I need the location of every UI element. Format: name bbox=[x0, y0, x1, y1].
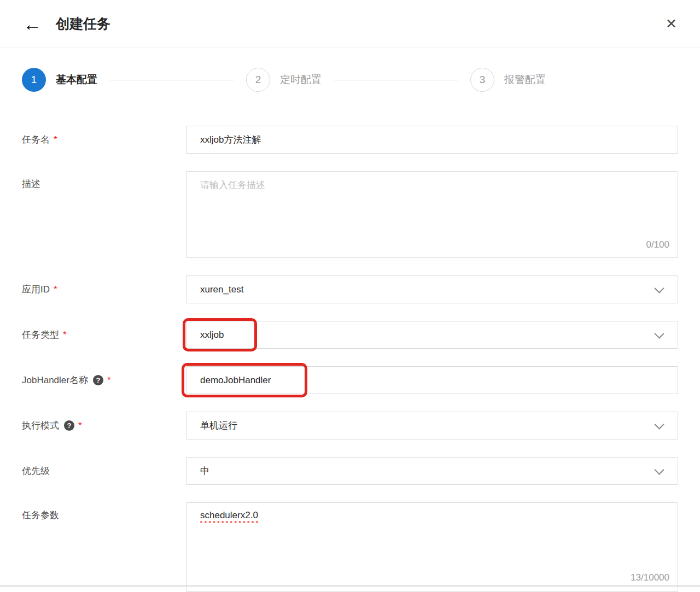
required-asterisk: * bbox=[54, 134, 57, 145]
close-icon[interactable]: ✕ bbox=[666, 17, 677, 31]
panel-bottom-divider bbox=[0, 585, 700, 587]
description-label-col: 描述 bbox=[22, 171, 186, 190]
job-handler-label: JobHandler名称 bbox=[22, 374, 88, 386]
task-type-label-col: 任务类型 * bbox=[22, 329, 186, 341]
dialog-header: ← 创建任务 ✕ bbox=[0, 0, 700, 48]
step-timer-config[interactable]: 2 定时配置 bbox=[246, 68, 322, 92]
priority-label-col: 优先级 bbox=[22, 465, 186, 477]
description-label: 描述 bbox=[22, 178, 40, 190]
task-name-row: 任务名 * bbox=[22, 126, 678, 154]
app-id-row: 应用ID * xuren_test bbox=[22, 276, 678, 303]
app-id-label: 应用ID bbox=[22, 283, 50, 296]
priority-control: 中 bbox=[186, 457, 678, 485]
step-3-label: 报警配置 bbox=[504, 73, 546, 87]
job-handler-row: JobHandler名称 ? * bbox=[22, 366, 678, 394]
exec-mode-row: 执行模式 ? * 单机运行 bbox=[22, 412, 678, 439]
priority-label: 优先级 bbox=[22, 465, 50, 477]
description-textarea[interactable] bbox=[186, 171, 678, 258]
step-1-label: 基本配置 bbox=[56, 73, 97, 87]
exec-mode-label: 执行模式 bbox=[22, 419, 59, 432]
task-params-control: schedulerx2.0 13/10000 bbox=[186, 502, 678, 592]
step-alarm-config[interactable]: 3 报警配置 bbox=[470, 68, 546, 92]
step-connector bbox=[334, 80, 458, 80]
description-control: 0/100 bbox=[186, 171, 678, 258]
task-type-row: 任务类型 * xxljob bbox=[22, 321, 678, 349]
step-3-circle: 3 bbox=[470, 68, 494, 92]
required-asterisk: * bbox=[63, 330, 67, 341]
task-params-row: 任务参数 schedulerx2.0 13/10000 bbox=[22, 502, 678, 592]
required-asterisk: * bbox=[107, 375, 111, 386]
priority-row: 优先级 中 bbox=[22, 457, 678, 485]
required-asterisk: * bbox=[78, 420, 82, 431]
job-handler-label-col: JobHandler名称 ? * bbox=[22, 374, 186, 386]
task-params-textarea[interactable]: schedulerx2.0 bbox=[186, 502, 678, 592]
job-handler-input[interactable] bbox=[186, 366, 678, 394]
exec-mode-control: 单机运行 bbox=[186, 412, 678, 439]
help-question-icon[interactable]: ? bbox=[64, 420, 74, 431]
task-type-select[interactable]: xxljob bbox=[186, 321, 678, 349]
step-basic-config[interactable]: 1 基本配置 bbox=[22, 68, 97, 92]
required-asterisk: * bbox=[54, 284, 57, 295]
exec-mode-label-col: 执行模式 ? * bbox=[22, 419, 186, 432]
step-connector bbox=[109, 80, 234, 80]
app-id-select[interactable]: xuren_test bbox=[186, 276, 678, 303]
task-params-label-col: 任务参数 bbox=[22, 502, 186, 521]
priority-select[interactable]: 中 bbox=[186, 457, 678, 485]
job-handler-control bbox=[186, 366, 678, 394]
app-id-label-col: 应用ID * bbox=[22, 283, 186, 296]
step-1-circle: 1 bbox=[22, 68, 46, 92]
step-2-label: 定时配置 bbox=[280, 73, 322, 87]
step-2-circle: 2 bbox=[246, 68, 270, 92]
page-title: 创建任务 bbox=[56, 15, 110, 33]
task-params-label: 任务参数 bbox=[22, 509, 59, 521]
task-type-control: xxljob bbox=[186, 321, 678, 349]
task-name-label: 任务名 bbox=[22, 133, 50, 146]
exec-mode-select[interactable]: 单机运行 bbox=[186, 412, 678, 439]
create-task-form: 任务名 * 描述 0/100 应用ID * xuren_test 任务类型 * bbox=[22, 126, 678, 592]
description-row: 描述 0/100 bbox=[22, 171, 678, 258]
task-type-label: 任务类型 bbox=[22, 329, 59, 341]
app-id-control: xuren_test bbox=[186, 276, 678, 303]
task-name-control bbox=[186, 126, 678, 154]
task-name-label-col: 任务名 * bbox=[22, 133, 186, 146]
misspelled-text: schedulerx2.0 bbox=[200, 510, 258, 523]
step-indicator: 1 基本配置 2 定时配置 3 报警配置 bbox=[22, 65, 546, 95]
task-name-input[interactable] bbox=[186, 126, 678, 154]
help-question-icon[interactable]: ? bbox=[93, 375, 103, 385]
back-arrow-icon[interactable]: ← bbox=[23, 15, 42, 33]
